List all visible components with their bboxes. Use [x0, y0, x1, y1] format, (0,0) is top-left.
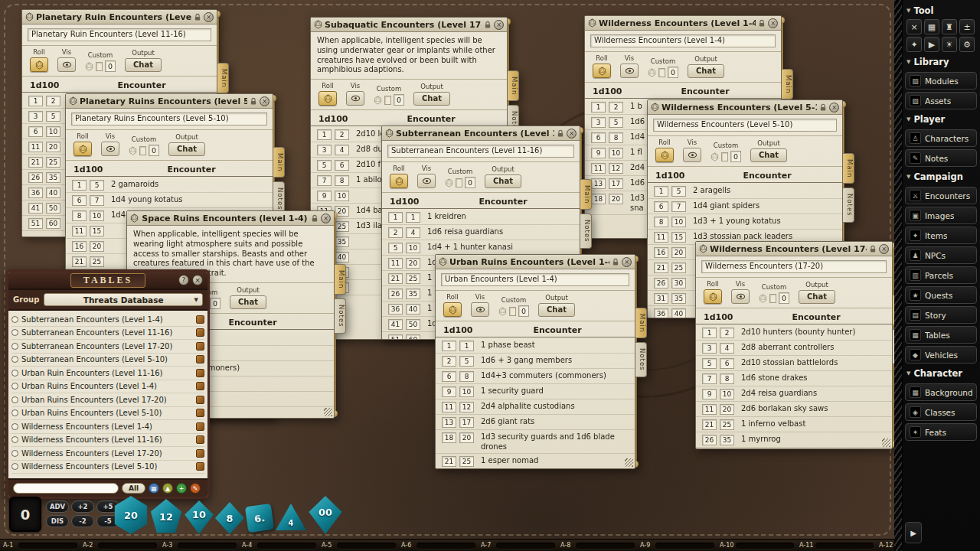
radio-icon[interactable] — [11, 356, 18, 363]
die-icon[interactable] — [196, 342, 204, 350]
sidebar-button-backgrounds[interactable]: ▦Backgrounds — [905, 383, 977, 401]
range-to-field[interactable]: 20 — [459, 432, 474, 443]
table-name-field[interactable]: Planetary Ruins Encounters (Level 5-10) — [71, 112, 267, 126]
range-to-field[interactable]: 20 — [90, 241, 104, 252]
range-to-field[interactable]: 10 — [335, 191, 349, 201]
range-from-field[interactable]: 8 — [72, 210, 87, 221]
range-from-field[interactable]: 13 — [442, 417, 456, 428]
die-icon[interactable] — [196, 355, 204, 364]
radio-icon[interactable] — [11, 423, 18, 430]
range-from-field[interactable]: 41 — [28, 203, 43, 214]
effects-icon[interactable]: ✦ — [906, 37, 922, 52]
d8-die[interactable]: 8 — [215, 502, 244, 534]
hotkey-slot[interactable]: A-1 — [0, 540, 80, 551]
range-to-field[interactable]: 10 — [459, 386, 474, 397]
table-link[interactable]: Wilderness Encounters (Level 17-20) — [21, 449, 193, 458]
range-from-field[interactable]: 18 — [442, 432, 456, 443]
range-from-field[interactable]: 11 — [388, 258, 403, 269]
table-link[interactable]: Subterranean Encounters (Level 17-20) — [21, 342, 193, 350]
range-from-field[interactable]: 1 — [72, 180, 87, 191]
encounter-text[interactable]: 1 kreidren — [423, 212, 573, 222]
close-icon[interactable]: × — [192, 275, 203, 285]
encounter-text[interactable]: 2 aragells — [689, 186, 836, 196]
range-to-field[interactable]: 20 — [720, 404, 734, 415]
table-link[interactable]: Urban Ruins Encounters (Level 5-10) — [21, 409, 193, 417]
sidebar-button-encounters[interactable]: ⚔Encounters — [905, 187, 977, 204]
range-to-field[interactable]: 35 — [671, 293, 686, 304]
encounter-text[interactable]: 2 gamaroids — [107, 180, 266, 190]
window-titlebar[interactable]: Wilderness Encounters (Level 5-10)× — [648, 100, 842, 115]
table-link[interactable]: Urban Ruin Encounters (Level 11-16) — [21, 369, 193, 377]
close-icon[interactable]: × — [879, 244, 889, 254]
range-to-field[interactable]: 2 — [335, 129, 349, 140]
list-item[interactable]: Subterranean Encounters (Level 5-10) — [11, 354, 204, 367]
range-from-field[interactable]: 1 — [28, 96, 43, 106]
range-to-field[interactable]: 15 — [90, 226, 104, 236]
visibility-button[interactable] — [471, 302, 489, 317]
range-from-field[interactable]: 18 — [591, 194, 606, 204]
range-to-field[interactable]: 4 — [335, 145, 349, 155]
main-tab-button[interactable]: Main — [217, 63, 229, 93]
range-from-field[interactable]: 11 — [28, 142, 43, 152]
encounter-text[interactable]: 2d10 stossian battlelords — [737, 358, 886, 368]
range-to-field[interactable]: 10 — [406, 243, 420, 253]
range-from-field[interactable]: 6 — [591, 132, 606, 143]
range-from-field[interactable]: 7 — [702, 373, 717, 384]
minus2-button[interactable]: -2 — [71, 515, 94, 527]
radio-icon[interactable] — [11, 370, 18, 377]
range-from-field[interactable]: 6 — [442, 371, 456, 382]
range-to-field[interactable]: 4 — [720, 343, 734, 354]
range-to-field[interactable]: 10 — [720, 389, 734, 399]
range-to-field[interactable]: 5 — [671, 186, 686, 197]
range-from-field[interactable]: 11 — [591, 163, 606, 174]
die-icon[interactable] — [196, 328, 204, 337]
window-titlebar[interactable]: Space Ruins Encounters (level 1-4)× — [127, 211, 334, 226]
main-tab-button[interactable]: Main — [843, 153, 854, 184]
encounter-text[interactable]: 1 phase beast — [477, 341, 629, 350]
resize-grip[interactable] — [324, 408, 332, 416]
range-to-field[interactable]: 35 — [46, 172, 60, 183]
list-item[interactable]: Wilderness Encounters (Level 5-10) — [11, 461, 204, 474]
custom-value-field[interactable]: 0 — [394, 94, 404, 106]
sidebar-button-modules[interactable]: ▧Modules — [905, 72, 977, 90]
chat-output-button[interactable]: Chat — [485, 174, 521, 188]
range-to-field[interactable]: 30 — [671, 278, 686, 289]
sidebar-section-library[interactable]: ▼Library — [905, 54, 977, 70]
range-to-field[interactable]: 40 — [671, 308, 686, 318]
range-from-field[interactable]: 11 — [702, 404, 717, 415]
range-to-field[interactable]: 6 — [335, 160, 349, 171]
encounter-text[interactable]: 1d6 + 3 gang members — [477, 356, 629, 366]
sidebar-button-images[interactable]: ▣Images — [905, 207, 977, 224]
encounter-text[interactable]: 1d3 stossian pack leaders — [689, 232, 836, 242]
list-item[interactable]: Wilderness Encounters (Level 17-20) — [11, 447, 204, 461]
range-to-field[interactable]: 20 — [406, 258, 420, 269]
range-from-field[interactable]: 41 — [388, 319, 403, 330]
chat-output-button[interactable]: Chat — [230, 295, 266, 309]
range-to-field[interactable]: 5 — [90, 180, 104, 191]
custom-slot[interactable] — [721, 152, 728, 161]
list-item[interactable]: Subterranean Encounters (Level 1-4) — [11, 313, 204, 327]
range-from-field[interactable]: 6 — [654, 201, 668, 212]
d10-die[interactable]: 10 — [184, 500, 214, 534]
close-icon[interactable]: × — [321, 214, 331, 223]
encounter-text[interactable]: 2d4 reisa guardians — [737, 389, 886, 399]
encounter-text[interactable]: 1d4+3 commuters (commoners) — [477, 371, 629, 381]
notes-tab-button[interactable]: Notes — [335, 298, 346, 334]
range-from-field[interactable]: 1 — [654, 186, 668, 197]
filter-all-button[interactable]: All — [122, 483, 145, 494]
range-from-field[interactable]: 26 — [654, 278, 668, 289]
range-to-field[interactable]: 7 — [671, 201, 686, 212]
range-from-field[interactable]: 9 — [702, 389, 717, 399]
sidebar-button-quests[interactable]: ★Quests — [905, 286, 977, 304]
custom-value-field[interactable]: 0 — [518, 305, 529, 317]
chat-output-button[interactable]: Chat — [538, 303, 575, 317]
close-icon[interactable]: × — [622, 257, 632, 267]
range-to-field[interactable]: 4 — [406, 227, 420, 238]
encounter-text[interactable]: 1d4 giant spiders — [689, 201, 836, 211]
custom-slot[interactable] — [456, 178, 462, 187]
sidebar-button-classes[interactable]: ◈Classes — [905, 403, 977, 421]
visibility-button[interactable] — [417, 174, 436, 188]
search-input[interactable] — [13, 483, 119, 494]
sidebar-section-tool[interactable]: ▼Tool — [905, 3, 977, 18]
d12-die[interactable]: 12 — [150, 499, 182, 534]
